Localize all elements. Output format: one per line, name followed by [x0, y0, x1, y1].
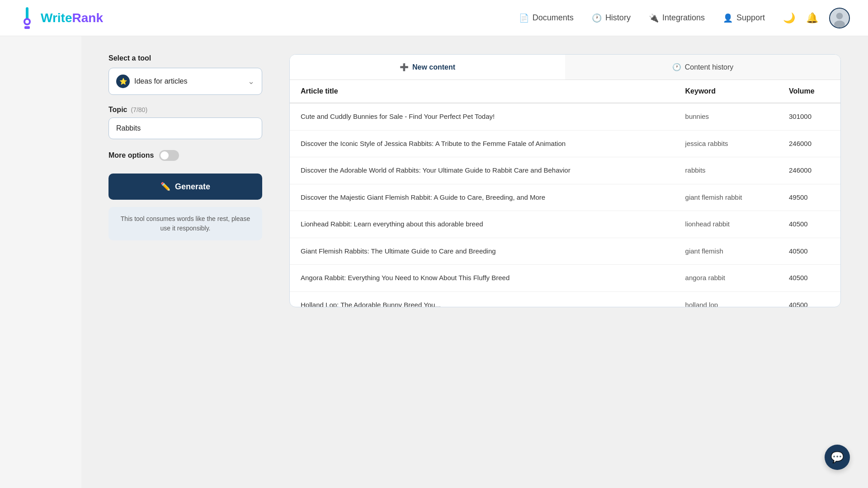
chevron-down-icon: ⌄ [248, 76, 255, 86]
cell-keyword: giant flemish rabbit [675, 184, 778, 211]
history-icon: 🕐 [592, 13, 602, 23]
header-actions: 🌙 🔔 [783, 8, 850, 28]
cell-keyword: jessica rabbits [675, 130, 778, 157]
selected-tool-text: Ideas for articles [134, 77, 243, 85]
cell-title: Discover the Majestic Giant Flemish Rabb… [290, 184, 675, 211]
clock-icon: 🕐 [672, 63, 681, 71]
cell-title: Giant Flemish Rabbits: The Ultimate Guid… [290, 238, 675, 265]
tab-content-history[interactable]: 🕐 Content history [565, 55, 840, 80]
table-row: Discover the Iconic Style of Jessica Rab… [290, 130, 840, 157]
nav-history[interactable]: 🕐 History [592, 13, 631, 23]
topic-input[interactable] [108, 117, 262, 139]
integrations-icon: 🔌 [649, 13, 659, 23]
more-options-toggle[interactable] [159, 150, 179, 161]
cell-keyword: holland lop [675, 291, 778, 307]
topic-count: (7/80) [131, 106, 147, 113]
toggle-thumb [160, 151, 169, 160]
cell-keyword: giant flemish [675, 238, 778, 265]
disclaimer-box: This tool consumes words like the rest, … [108, 207, 262, 240]
content-area: Select a tool ⭐ Ideas for articles ⌄ Top… [81, 36, 868, 488]
tabs: ➕ New content 🕐 Content history [290, 55, 840, 80]
cell-volume: 40500 [778, 291, 840, 307]
cell-volume: 40500 [778, 211, 840, 238]
svg-rect-3 [24, 26, 30, 29]
notifications-button[interactable]: 🔔 [806, 12, 818, 24]
table-container[interactable]: Article title Keyword Volume Cute and Cu… [290, 80, 840, 307]
cell-keyword: bunnies [675, 103, 778, 130]
avatar[interactable] [829, 8, 850, 28]
nav-support[interactable]: 👤 Support [723, 13, 765, 23]
tab-new-content[interactable]: ➕ New content [290, 55, 565, 80]
cell-keyword: lionhead rabbit [675, 211, 778, 238]
table-row: Giant Flemish Rabbits: The Ultimate Guid… [290, 238, 840, 265]
nav-integrations[interactable]: 🔌 Integrations [649, 13, 705, 23]
col-volume: Volume [778, 80, 840, 103]
cell-title: Discover the Adorable World of Rabbits: … [290, 157, 675, 184]
cell-title: Cute and Cuddly Bunnies for Sale - Find … [290, 103, 675, 130]
tool-star-icon: ⭐ [116, 75, 130, 88]
table-row: Lionhead Rabbit: Learn everything about … [290, 211, 840, 238]
cell-title: Discover the Iconic Style of Jessica Rab… [290, 130, 675, 157]
table-row: Angora Rabbit: Everything You Need to Kn… [290, 265, 840, 292]
articles-table: Article title Keyword Volume Cute and Cu… [290, 80, 840, 307]
nav-documents[interactable]: 📄 Documents [519, 13, 574, 23]
svg-point-5 [836, 13, 843, 19]
more-options-label: More options [108, 151, 154, 160]
cell-volume: 301000 [778, 103, 840, 130]
main-nav: 📄 Documents 🕐 History 🔌 Integrations 👤 S… [519, 13, 765, 23]
logo-text: WriteRank [41, 11, 103, 25]
table-row: Cute and Cuddly Bunnies for Sale - Find … [290, 103, 840, 130]
table-row: Holland Lop: The Adorable Bunny Breed Yo… [290, 291, 840, 307]
generate-button[interactable]: ✏️ Generate [108, 174, 262, 200]
svg-point-2 [25, 20, 29, 23]
dark-mode-toggle[interactable]: 🌙 [783, 12, 795, 24]
table-row: Discover the Majestic Giant Flemish Rabb… [290, 184, 840, 211]
select-tool-label: Select a tool [108, 54, 262, 62]
col-article-title: Article title [290, 80, 675, 103]
plus-icon: ➕ [400, 63, 409, 71]
cell-volume: 49500 [778, 184, 840, 211]
chat-button[interactable]: 💬 [825, 445, 850, 470]
right-panel: ➕ New content 🕐 Content history Article … [289, 54, 841, 307]
header: WriteRank 📄 Documents 🕐 History 🔌 Integr… [0, 0, 868, 36]
cell-keyword: rabbits [675, 157, 778, 184]
topic-label: Topic (7/80) [108, 106, 262, 114]
main-layout: Select a tool ⭐ Ideas for articles ⌄ Top… [0, 0, 868, 488]
logo[interactable]: WriteRank [18, 7, 103, 29]
more-options-row: More options [108, 150, 262, 161]
cell-volume: 40500 [778, 238, 840, 265]
documents-icon: 📄 [519, 13, 529, 23]
cell-keyword: angora rabbit [675, 265, 778, 292]
svg-rect-0 [26, 7, 28, 20]
table-header-row: Article title Keyword Volume [290, 80, 840, 103]
cell-title: Holland Lop: The Adorable Bunny Breed Yo… [290, 291, 675, 307]
cell-title: Lionhead Rabbit: Learn everything about … [290, 211, 675, 238]
cell-title: Angora Rabbit: Everything You Need to Kn… [290, 265, 675, 292]
support-icon: 👤 [723, 13, 733, 23]
cell-volume: 246000 [778, 130, 840, 157]
table-row: Discover the Adorable World of Rabbits: … [290, 157, 840, 184]
left-panel: Select a tool ⭐ Ideas for articles ⌄ Top… [108, 54, 262, 470]
col-keyword: Keyword [675, 80, 778, 103]
cell-volume: 246000 [778, 157, 840, 184]
logo-icon [18, 7, 36, 29]
chat-icon: 💬 [830, 451, 844, 464]
pencil-icon: ✏️ [160, 182, 170, 192]
cell-volume: 40500 [778, 265, 840, 292]
tool-selector[interactable]: ⭐ Ideas for articles ⌄ [108, 68, 262, 95]
sidebar [0, 36, 81, 488]
